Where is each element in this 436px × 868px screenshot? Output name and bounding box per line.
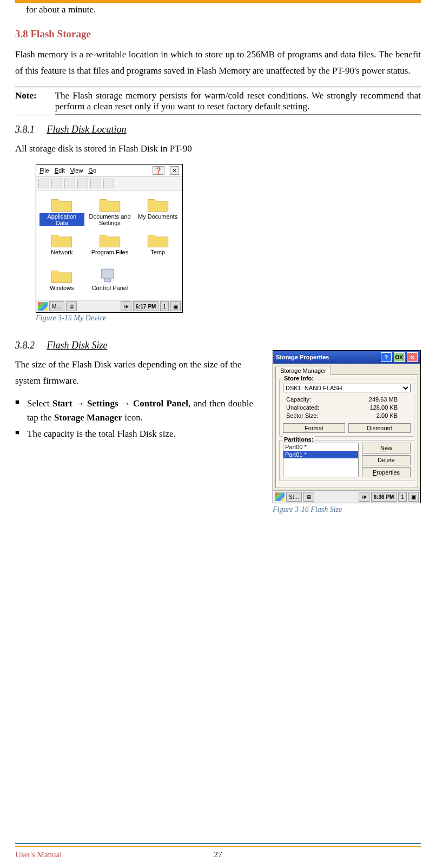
folder-label: Network <box>51 249 72 262</box>
heading-3-8-1-num: 3.8.1 <box>15 124 35 135</box>
start-icon[interactable] <box>275 492 285 501</box>
ok-button[interactable]: OK <box>394 352 405 362</box>
menu-view[interactable]: View <box>70 167 83 174</box>
folder-documents-and-settings[interactable]: Documents and Settings <box>88 194 133 227</box>
taskbar-clock: 6:36 PM <box>371 492 397 502</box>
taskbar: St… 🖥 🕪 6:36 PM 1 ▣ <box>273 490 420 503</box>
menu-file[interactable]: File <box>39 167 49 174</box>
page-top-accent <box>15 0 421 3</box>
fragment-previous-page: for about a minute. <box>26 4 421 15</box>
folder-grid: Application Data Documents and Settings … <box>36 190 182 300</box>
folder-label: Application Data <box>39 213 84 226</box>
figure-my-device-window: File Edit View Go ❓ ✕ Application Data D… <box>36 164 183 313</box>
folder-temp[interactable]: Temp <box>135 229 180 263</box>
format-button[interactable]: Format <box>283 423 345 433</box>
bullet-list: Select Start → Settings → Control Panel,… <box>15 397 253 442</box>
figure-storage-properties-window: Storage Properties ? OK ✕ Storage Manage… <box>273 350 421 503</box>
sector-size-value: 2.00 KB <box>376 412 398 420</box>
taskbar-btn[interactable]: 🖥 <box>303 492 314 502</box>
folder-label: Temp <box>150 249 165 262</box>
store-select[interactable]: DSK1: NAND FLASH <box>283 384 411 392</box>
para-3-8: Flash memory is a re-writable location i… <box>15 47 421 79</box>
help-icon[interactable]: ❓ <box>153 166 164 175</box>
caption-3-15: Figure 3-15 My Device <box>36 314 421 323</box>
para-3-8-2: The size of the Flash Disk varies depend… <box>15 357 253 389</box>
bullet-start-settings: Select Start → Settings → Control Panel,… <box>15 397 253 425</box>
sector-size-label: Sector Size: <box>286 412 318 420</box>
back-icon[interactable] <box>51 179 62 188</box>
note-label: Note: <box>15 88 55 115</box>
svg-rect-0 <box>102 269 114 278</box>
toolbar-btn[interactable] <box>77 179 88 188</box>
heading-3-8-2: 3.8.2 Flash Disk Size <box>15 340 421 351</box>
tab-storage-manager[interactable]: Storage Manager <box>275 366 331 375</box>
forward-icon[interactable] <box>64 179 75 188</box>
taskbar: M… 🖥 🕪 6:17 PM 1 ▣ <box>36 300 182 312</box>
folder-label: Control Panel <box>92 285 128 298</box>
menu-go[interactable]: Go <box>88 167 96 174</box>
toolbar-dropdown[interactable] <box>103 179 114 188</box>
folder-label: Documents and Settings <box>88 213 133 226</box>
tray-icon[interactable]: 1 <box>398 492 407 502</box>
help-icon[interactable]: ? <box>381 352 392 362</box>
tray-icon[interactable]: ▣ <box>170 301 181 311</box>
bullet-capacity: The capacity is the total Flash Disk siz… <box>15 427 253 441</box>
note-block: Note: The Flash storage memory persists … <box>15 87 421 115</box>
folder-my-documents[interactable]: My Documents <box>135 194 180 227</box>
menu-edit[interactable]: Edit <box>55 167 65 174</box>
menubar: File Edit View Go ❓ ✕ <box>36 165 182 177</box>
unallocated-label: Unallocated: <box>286 404 319 412</box>
folder-windows[interactable]: Windows <box>39 265 84 299</box>
taskbar-task[interactable]: St… <box>286 492 302 502</box>
footer-title: User's Manual <box>15 850 62 859</box>
folder-program-files[interactable]: Program Files <box>88 229 133 263</box>
partition-item-selected[interactable]: Part01 * <box>283 451 358 458</box>
tray-icon[interactable]: 🕪 <box>121 301 131 311</box>
delete-button[interactable]: Delete <box>362 455 411 465</box>
heading-3-8-1-title: Flash Disk Location <box>47 124 127 135</box>
folder-label: Windows <box>50 285 74 298</box>
tabstrip: Storage Manager <box>275 366 418 375</box>
tray-icon[interactable]: 1 <box>160 301 169 311</box>
partition-item[interactable]: Part00 * <box>283 443 358 451</box>
close-icon[interactable]: ✕ <box>407 352 418 362</box>
tray-icon[interactable]: ▣ <box>408 492 419 502</box>
heading-3-8-2-title: Flash Disk Size <box>47 340 108 351</box>
folder-label: Program Files <box>91 249 128 262</box>
note-text: The Flash storage memory persists for wa… <box>55 88 421 115</box>
toolbar-btn[interactable] <box>90 179 101 188</box>
pane: Store Info: DSK1: NAND FLASH Capacity:24… <box>275 374 418 488</box>
tray-icon[interactable]: 🕪 <box>359 492 369 502</box>
window-title: Storage Properties <box>276 354 329 360</box>
capacity-value: 249.63 MB <box>369 396 398 404</box>
partitions-legend: Partitions: <box>283 436 314 443</box>
start-icon[interactable] <box>38 302 48 311</box>
folder-control-panel[interactable]: Control Panel <box>88 265 133 299</box>
capacity-label: Capacity: <box>286 396 311 404</box>
heading-3-8-1: 3.8.1 Flash Disk Location <box>15 124 421 135</box>
folder-label: My Documents <box>138 213 177 226</box>
footer-page-number: 27 <box>214 850 222 859</box>
caption-3-16: Figure 3-16 Flash Size <box>273 505 421 514</box>
close-icon[interactable]: ✕ <box>170 166 179 175</box>
titlebar: Storage Properties ? OK ✕ <box>273 351 420 364</box>
dismount-button[interactable]: Dismount <box>348 423 411 433</box>
partitions-group: Partitions: Part00 * Part01 * New Delete… <box>279 440 414 481</box>
partition-list[interactable]: Part00 * Part01 * <box>283 443 359 477</box>
para-3-8-1: All storage disk is stored in Flash Disk… <box>15 141 421 157</box>
taskbar-task[interactable]: M… <box>49 301 64 311</box>
store-info-group: Store Info: DSK1: NAND FLASH Capacity:24… <box>279 379 414 437</box>
toolbar <box>36 177 182 190</box>
taskbar-btn[interactable]: 🖥 <box>66 301 77 311</box>
folder-network[interactable]: Network <box>39 229 84 263</box>
heading-3-8: 3.8 Flash Storage <box>15 28 421 40</box>
page-footer: User's Manual 27 User's Manual <box>15 843 421 859</box>
unallocated-value: 128.00 KB <box>370 404 398 412</box>
toolbar-btn[interactable] <box>38 179 49 188</box>
folder-application-data[interactable]: Application Data <box>39 194 84 227</box>
heading-3-8-2-num: 3.8.2 <box>15 340 35 351</box>
store-info-legend: Store Info: <box>283 375 315 382</box>
properties-button[interactable]: Properties <box>362 467 411 477</box>
taskbar-clock: 6:17 PM <box>133 301 159 311</box>
new-button[interactable]: New <box>362 443 411 453</box>
